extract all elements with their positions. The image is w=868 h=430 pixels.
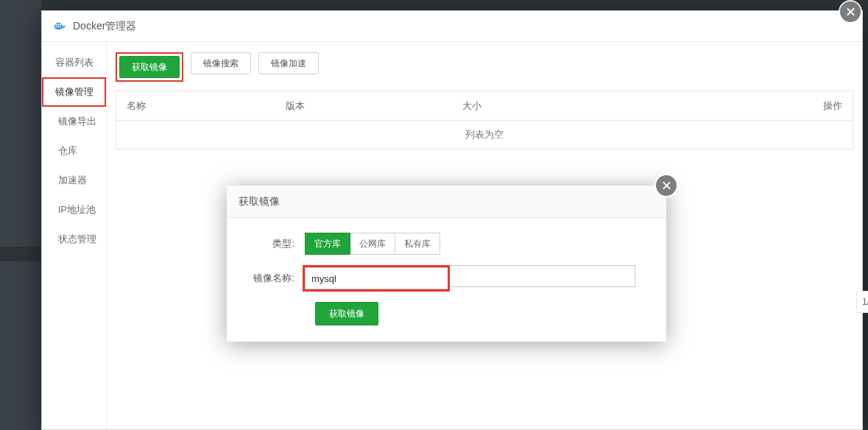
close-icon (656, 175, 677, 196)
dialog-body: 类型: 官方库 公网库 私有库 镜像名称: 获取镜像 (227, 218, 666, 325)
image-name-input-wrap (305, 265, 635, 292)
dialog-header: 获取镜像 (227, 186, 666, 218)
window-close-button[interactable] (840, 1, 861, 22)
type-private[interactable]: 私有库 (395, 233, 440, 255)
form-row-name: 镜像名称: (244, 265, 649, 292)
label-name: 镜像名称: (244, 272, 305, 285)
dialog-close-button[interactable] (656, 175, 677, 196)
image-name-input[interactable] (305, 267, 448, 289)
type-public[interactable]: 公网库 (350, 233, 395, 255)
submit-pull-button[interactable]: 获取镜像 (315, 302, 378, 325)
modal-overlay: 获取镜像 类型: 官方库 公网库 私有库 镜像名称: (0, 0, 868, 430)
type-official[interactable]: 官方库 (305, 233, 350, 255)
type-segmented-control: 官方库 公网库 私有库 (305, 233, 440, 255)
form-row-type: 类型: 官方库 公网库 私有库 (244, 233, 649, 255)
form-row-submit: 获取镜像 (244, 302, 649, 325)
highlight-name-input (303, 265, 450, 292)
image-name-input-tail[interactable] (450, 265, 635, 287)
pull-image-dialog: 获取镜像 类型: 官方库 公网库 私有库 镜像名称: (227, 186, 666, 342)
close-icon (840, 1, 861, 22)
dialog-title: 获取镜像 (239, 195, 280, 208)
label-type: 类型: (244, 237, 305, 250)
